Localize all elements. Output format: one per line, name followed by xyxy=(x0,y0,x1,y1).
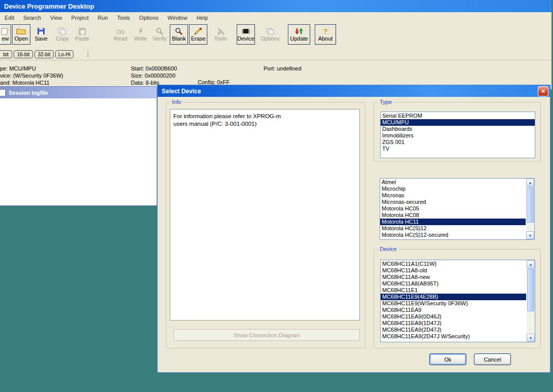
save-button[interactable]: Save xyxy=(32,24,50,45)
format-8bit-button[interactable]: bit xyxy=(0,50,12,58)
manufacturer-list-item[interactable]: Motorola HC11 xyxy=(380,219,526,225)
new-icon xyxy=(1,27,10,35)
new-button[interactable]: ew xyxy=(0,24,11,45)
scrollbar-thumb[interactable] xyxy=(527,187,534,223)
device-list-item[interactable]: MC68HC11E9(W/Security 0F36W) xyxy=(381,300,526,307)
tools-wrench-icon xyxy=(216,27,225,35)
window-title: Device Programmer Desktop xyxy=(4,3,94,10)
write-button[interactable]: Write xyxy=(131,24,150,45)
format-16bit-button[interactable]: 16-bit xyxy=(14,50,33,58)
paste-button[interactable]: Paste xyxy=(73,24,91,45)
manufacturer-list-item[interactable]: Micronas xyxy=(380,192,526,199)
open-folder-icon xyxy=(16,27,26,35)
status-port: Port: undefined xyxy=(264,65,302,72)
format-32bit-button[interactable]: 32-bit xyxy=(34,50,54,58)
erase-button[interactable]: Erase xyxy=(189,24,207,45)
scroll-down-button[interactable]: ▼ xyxy=(526,231,534,239)
copy-button[interactable]: Copy xyxy=(53,24,71,45)
select-device-dialog: Select Device × Info For information ple… xyxy=(157,85,550,373)
device-button[interactable]: Device xyxy=(237,24,255,45)
info-group: Info For information please refer to XPR… xyxy=(166,102,365,348)
blank-magnifier-icon xyxy=(175,27,183,35)
update-arrows-icon xyxy=(294,27,304,35)
manufacturer-list-item[interactable]: Micronas-secured xyxy=(380,199,526,205)
menu-item[interactable]: Options xyxy=(135,13,163,22)
scrollbar-thumb[interactable] xyxy=(527,269,534,311)
manufacturer-list-item[interactable]: Atmel xyxy=(380,179,526,186)
menu-item[interactable]: View xyxy=(46,13,67,22)
device-list-item[interactable]: MC68HC11A8-old xyxy=(381,267,526,274)
type-listbox[interactable]: Serial EEPROMMCU/MPUDashboardsImmobilize… xyxy=(380,112,535,158)
manufacturer-listbox[interactable]: AtmelMicrochipMicronasMicronas-securedMo… xyxy=(380,178,535,240)
type-list-item[interactable]: Dashboards xyxy=(381,126,535,132)
session-log-content[interactable] xyxy=(0,98,157,205)
dialog-titlebar[interactable]: Select Device × xyxy=(158,85,550,97)
close-button[interactable]: × xyxy=(538,86,548,96)
document-icon xyxy=(0,89,6,96)
session-logfile-window: Session logfile xyxy=(0,86,157,206)
device-list-item[interactable]: MC68HC11A8-new xyxy=(381,274,526,280)
tools-button[interactable]: Tools xyxy=(211,24,230,45)
status-data: Data: 8-bits xyxy=(131,80,159,86)
manufacturer-list-item[interactable]: Microchip xyxy=(380,186,526,192)
toolbar-separator xyxy=(88,51,88,58)
device-list-item[interactable]: MC68HC11EA9(0D46J) xyxy=(381,313,526,320)
scroll-up-button[interactable]: ▲ xyxy=(526,179,534,187)
verify-button[interactable]: Verify xyxy=(151,24,169,45)
menu-item[interactable]: Edit xyxy=(0,13,19,22)
info-text-panel: For information please refer to XPROG-m … xyxy=(170,109,360,320)
ok-button[interactable]: Ok xyxy=(429,353,466,365)
device-list-item[interactable]: MC68HC11A1(C11W) xyxy=(381,261,526,267)
device-group: Device MC68HC11A1(C11W)MC68HC11A8-oldMC6… xyxy=(374,249,541,348)
scroll-down-button[interactable]: ▼ xyxy=(527,334,535,342)
device-listbox[interactable]: MC68HC11A1(C11W)MC68HC11A8-oldMC68HC11A8… xyxy=(380,260,535,342)
main-titlebar[interactable]: Device Programmer Desktop xyxy=(0,0,551,12)
format-lohi-button[interactable]: Lo-Hi xyxy=(55,50,73,58)
manufacturer-list-item[interactable]: Motorola HC(S)12-secured xyxy=(380,232,526,238)
device-list-item[interactable]: MC68HC11EA9 xyxy=(381,307,526,313)
scroll-up-button[interactable]: ▲ xyxy=(527,260,535,268)
manufacturer-scrollbar[interactable]: ▲ ▼ xyxy=(526,179,534,239)
device-list-item[interactable]: MC68HC11EA9(1D47J) xyxy=(381,320,526,327)
cancel-button[interactable]: Cancel xyxy=(474,353,511,365)
type-group: Type Serial EEPROMMCU/MPUDashboardsImmob… xyxy=(374,102,541,162)
status-start: Start: 0x0000B600 xyxy=(131,65,177,72)
dialog-title-text: Select Device xyxy=(162,88,201,95)
device-list-item[interactable]: MC68HC11E9(4E28B) xyxy=(381,294,526,300)
type-list-item[interactable]: ZGS 001 xyxy=(381,139,535,146)
desktop: Device Programmer Desktop EditSearchView… xyxy=(0,0,553,392)
manufacturer-list-item[interactable]: Motorola HC(S)12 xyxy=(380,225,526,232)
manufacturer-list-item[interactable]: Motorola HC05 xyxy=(380,205,526,212)
device-list-item[interactable]: MC68HC11A8(AB95T) xyxy=(381,280,526,287)
options-button[interactable]: Options xyxy=(261,24,279,45)
type-list-item[interactable]: Serial EEPROM xyxy=(381,113,535,119)
blank-button[interactable]: Blank xyxy=(170,24,188,45)
menu-item[interactable]: Search xyxy=(19,13,46,22)
device-list-item[interactable]: MC68HC11EA9(2D47J W/Security) xyxy=(381,333,526,340)
menu-item[interactable]: Tools xyxy=(113,13,135,22)
read-button[interactable]: Read xyxy=(112,24,130,45)
device-list-item[interactable]: MC68HC11EA9(2D47J) xyxy=(381,327,526,333)
type-list-item[interactable]: MCU/MPU xyxy=(381,119,535,126)
main-window: Device Programmer Desktop EditSearchView… xyxy=(0,0,551,89)
format-toolbar: bit 16-bit 32-bit Lo-Hi xyxy=(0,49,551,60)
scroll-down-icon: ▼ xyxy=(529,234,532,237)
menu-item[interactable]: Project xyxy=(66,13,93,22)
menu-item[interactable]: Help xyxy=(192,13,213,22)
type-list-item[interactable]: TV xyxy=(381,146,535,152)
device-list-item[interactable]: MC68HC11E1 xyxy=(381,287,526,294)
copy-icon xyxy=(58,27,66,35)
manufacturer-list-item[interactable]: Motorola HC08 xyxy=(380,212,526,219)
device-scrollbar[interactable]: ▲ ▼ xyxy=(527,260,535,342)
session-titlebar[interactable]: Session logfile xyxy=(0,87,157,98)
show-connection-diagram-button[interactable]: Show Connection Diagram xyxy=(173,329,360,341)
status-type: pe: MCU/MPU xyxy=(0,65,36,72)
update-button[interactable]: Update xyxy=(288,24,310,45)
scroll-up-icon: ▲ xyxy=(529,263,533,266)
session-title-text: Session logfile xyxy=(9,90,48,96)
open-button[interactable]: Open xyxy=(12,24,30,45)
menu-item[interactable]: Window xyxy=(163,13,192,22)
about-button[interactable]: ? About xyxy=(315,24,336,45)
menu-item[interactable]: Run xyxy=(93,13,113,22)
type-list-item[interactable]: Immobilizers xyxy=(381,132,535,139)
